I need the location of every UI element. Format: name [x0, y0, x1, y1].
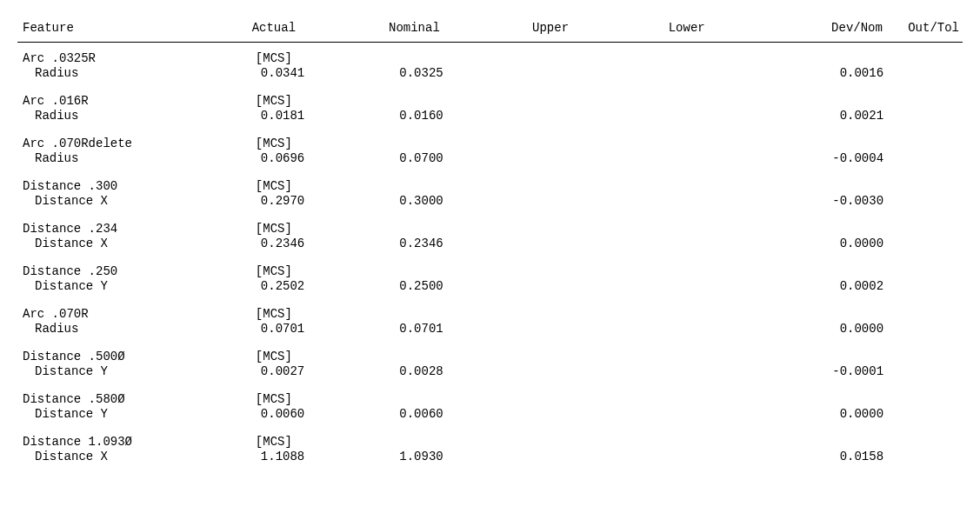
report-page: Feature Actual Nominal Upper Lower Dev/N…	[0, 0, 980, 498]
feature-cs: [MCS]	[202, 222, 346, 237]
feature-value-row: Distance Y0.00600.00600.0000	[17, 407, 963, 423]
feature-cs: [MCS]	[202, 179, 346, 195]
value-outtol	[883, 151, 963, 167]
header-upper: Upper	[483, 21, 619, 37]
value-upper	[489, 237, 623, 252]
value-nominal: 0.0325	[354, 66, 489, 82]
value-devnom: -0.0030	[757, 194, 883, 210]
feature-name: Arc .070Rdelete	[17, 137, 202, 152]
feature-cs: [MCS]	[202, 94, 346, 110]
table-row: Arc .0325R[MCS]Radius0.03410.03250.0016	[17, 51, 963, 82]
feature-value-row: Distance Y0.25020.25000.0002	[17, 279, 963, 295]
value-outtol	[883, 322, 963, 337]
feature-value-row: Distance Y0.00270.0028-0.0001	[17, 364, 963, 380]
feature-value-row: Radius0.06960.0700-0.0004	[17, 151, 963, 167]
feature-name-row: Distance .300[MCS]	[17, 179, 963, 195]
value-devnom: 0.0002	[757, 279, 883, 295]
feature-cs: [MCS]	[202, 435, 346, 450]
feature-name-row: Distance .500Ø[MCS]	[17, 350, 963, 365]
feature-name: Distance .500Ø	[17, 350, 202, 365]
feature-name-row: Arc .0325R[MCS]	[17, 51, 963, 67]
value-actual: 0.0696	[211, 151, 354, 167]
value-actual: 0.0341	[211, 66, 354, 82]
feature-cs: [MCS]	[202, 307, 346, 323]
feature-param: Distance Y	[17, 364, 211, 380]
value-nominal: 0.0028	[354, 364, 489, 380]
table-row: Arc .070R[MCS]Radius0.07010.07010.0000	[17, 307, 963, 337]
value-lower	[623, 237, 757, 252]
feature-param: Distance X	[17, 450, 211, 465]
value-lower	[623, 450, 757, 465]
value-nominal: 0.0060	[354, 407, 489, 423]
value-nominal: 0.2500	[354, 279, 489, 295]
value-actual: 1.1088	[211, 450, 354, 465]
header-outtol: Out/Tol	[883, 21, 963, 37]
table-row: Distance .234[MCS]Distance X0.23460.2346…	[17, 222, 963, 252]
feature-name: Distance 1.093Ø	[17, 435, 202, 450]
value-devnom: 0.0016	[757, 66, 883, 82]
table-row: Distance 1.093Ø[MCS]Distance X1.10881.09…	[17, 435, 963, 465]
feature-param: Radius	[17, 151, 211, 167]
feature-name-row: Distance 1.093Ø[MCS]	[17, 435, 963, 450]
feature-cs: [MCS]	[202, 350, 346, 365]
value-actual: 0.0181	[211, 109, 354, 124]
table-header: Feature Actual Nominal Upper Lower Dev/N…	[17, 21, 963, 43]
value-actual: 0.2970	[211, 194, 354, 210]
value-upper	[489, 450, 623, 465]
value-actual: 0.2502	[211, 279, 354, 295]
value-lower	[623, 194, 757, 210]
value-upper	[489, 151, 623, 167]
feature-name: Distance .234	[17, 222, 202, 237]
value-devnom: 0.0021	[757, 109, 883, 124]
value-lower	[623, 279, 757, 295]
header-devnom: Dev/Nom	[755, 21, 883, 37]
value-upper	[489, 322, 623, 337]
feature-param: Distance Y	[17, 279, 211, 295]
value-outtol	[883, 109, 963, 124]
table-row: Distance .300[MCS]Distance X0.29700.3000…	[17, 179, 963, 210]
feature-name: Distance .300	[17, 179, 202, 195]
value-nominal: 0.2346	[354, 237, 489, 252]
feature-value-row: Distance X0.23460.23460.0000	[17, 237, 963, 252]
value-devnom: 0.0000	[757, 322, 883, 337]
feature-name: Arc .070R	[17, 307, 202, 323]
feature-param: Distance X	[17, 194, 211, 210]
feature-value-row: Distance X0.29700.3000-0.0030	[17, 194, 963, 210]
value-actual: 0.2346	[211, 237, 354, 252]
header-lower: Lower	[618, 21, 755, 37]
feature-param: Radius	[17, 66, 211, 82]
value-lower	[623, 109, 757, 124]
value-nominal: 0.3000	[354, 194, 489, 210]
feature-name-row: Distance .580Ø[MCS]	[17, 392, 963, 408]
header-nominal: Nominal	[346, 21, 483, 37]
feature-name: Arc .0325R	[17, 51, 202, 67]
value-devnom: -0.0001	[757, 364, 883, 380]
feature-value-row: Radius0.01810.01600.0021	[17, 109, 963, 124]
table-row: Arc .070Rdelete[MCS]Radius0.06960.0700-0…	[17, 137, 963, 167]
value-devnom: -0.0004	[757, 151, 883, 167]
value-nominal: 1.0930	[354, 450, 489, 465]
feature-name-row: Arc .016R[MCS]	[17, 94, 963, 110]
value-lower	[623, 407, 757, 423]
feature-param: Distance Y	[17, 407, 211, 423]
value-devnom: 0.0000	[757, 407, 883, 423]
table-row: Distance .500Ø[MCS]Distance Y0.00270.002…	[17, 350, 963, 380]
value-outtol	[883, 66, 963, 82]
value-actual: 0.0060	[211, 407, 354, 423]
value-nominal: 0.0701	[354, 322, 489, 337]
value-nominal: 0.0700	[354, 151, 489, 167]
table-row: Distance .580Ø[MCS]Distance Y0.00600.006…	[17, 392, 963, 423]
value-actual: 0.0027	[211, 364, 354, 380]
header-actual: Actual	[202, 21, 346, 37]
value-lower	[623, 66, 757, 82]
feature-value-row: Distance X1.10881.09300.0158	[17, 450, 963, 465]
table-row: Distance .250[MCS]Distance Y0.25020.2500…	[17, 264, 963, 295]
value-actual: 0.0701	[211, 322, 354, 337]
value-upper	[489, 194, 623, 210]
value-devnom: 0.0158	[757, 450, 883, 465]
value-outtol	[883, 407, 963, 423]
feature-cs: [MCS]	[202, 51, 346, 67]
value-upper	[489, 364, 623, 380]
feature-param: Radius	[17, 109, 211, 124]
value-upper	[489, 407, 623, 423]
